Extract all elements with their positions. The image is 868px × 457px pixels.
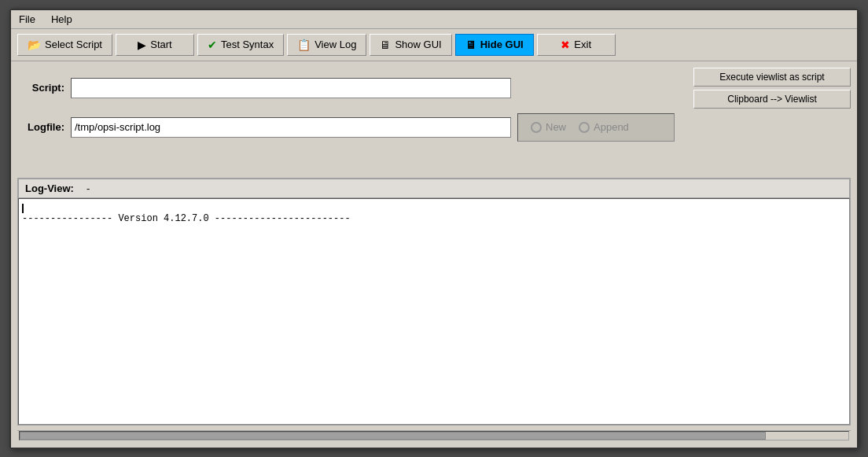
play-icon: ▶: [138, 39, 146, 51]
radio-new[interactable]: New: [531, 121, 566, 133]
exit-button[interactable]: ✖ Exit: [537, 34, 616, 56]
script-input[interactable]: [71, 78, 511, 98]
radio-append-circle: [579, 122, 590, 133]
bottom-scrollbar: [17, 430, 851, 441]
radio-new-label: New: [546, 121, 566, 133]
monitor-icon: 🖥: [380, 39, 391, 51]
hide-monitor-icon: 🖥: [465, 39, 476, 51]
show-gui-button[interactable]: 🖥 Show GUI: [370, 34, 451, 56]
log-area[interactable]: ---------------- Version 4.12.7.0 ------…: [18, 198, 850, 425]
logview-label: Log-View:: [25, 182, 74, 194]
log-icon: 📋: [297, 39, 311, 51]
toolbar: 📂 Select Script ▶ Start ✔ Test Syntax 📋 …: [11, 29, 857, 61]
test-syntax-button[interactable]: ✔ Test Syntax: [197, 34, 284, 56]
log-cursor: [22, 204, 24, 213]
clipboard-viewlist-button[interactable]: Clipboard --> Viewlist: [693, 90, 851, 109]
exit-icon: ✖: [561, 39, 570, 51]
h-scrollbar-thumb: [20, 432, 766, 440]
menu-file[interactable]: File: [16, 13, 39, 26]
menubar: File Help: [11, 10, 857, 29]
logfile-row: Logfile: New Append: [17, 113, 851, 142]
radio-append[interactable]: Append: [579, 121, 629, 133]
radio-new-circle: [531, 122, 542, 133]
logview-dash: -: [86, 182, 90, 194]
view-log-button[interactable]: 📋 View Log: [287, 34, 366, 56]
main-window: File Help 📂 Select Script ▶ Start ✔ Test…: [9, 9, 859, 449]
logfile-input[interactable]: [71, 117, 511, 138]
script-label: Script:: [17, 82, 64, 94]
folder-icon: 📂: [28, 39, 41, 51]
select-script-button[interactable]: 📂 Select Script: [17, 34, 112, 56]
right-buttons: Execute viewlist as script Clipboard -->…: [693, 68, 851, 109]
logview-header: Log-View: -: [18, 179, 850, 198]
menu-help[interactable]: Help: [48, 13, 75, 26]
hide-gui-button[interactable]: 🖥 Hide GUI: [455, 34, 534, 56]
logview-section: Log-View: - ---------------- Version 4.1…: [17, 178, 851, 426]
logfile-label: Logfile:: [17, 121, 64, 133]
execute-viewlist-button[interactable]: Execute viewlist as script: [693, 68, 851, 87]
checkmark-icon: ✔: [208, 39, 217, 51]
start-button[interactable]: ▶ Start: [116, 34, 194, 56]
radio-append-label: Append: [594, 121, 629, 133]
h-scrollbar[interactable]: [19, 431, 849, 440]
content-area: Script: Execute viewlist as script Clipb…: [11, 61, 857, 448]
spacer: [17, 146, 851, 170]
radio-group: New Append: [517, 113, 675, 142]
log-content: ---------------- Version 4.12.7.0 ------…: [22, 213, 351, 224]
script-row: Script: Execute viewlist as script Clipb…: [17, 68, 851, 109]
